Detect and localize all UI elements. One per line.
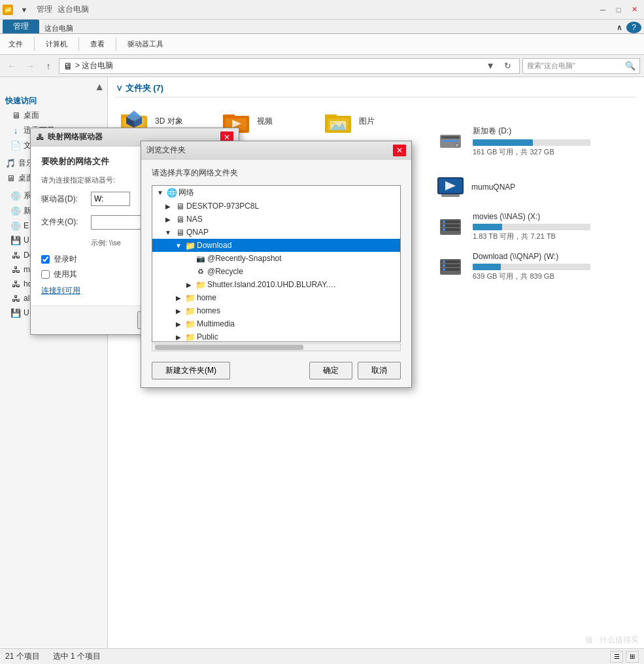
tree-download-expand[interactable]: ▼ <box>173 240 184 251</box>
list-view-btn[interactable]: ☰ <box>610 651 623 663</box>
address-bar[interactable]: 🖥 > 这台电脑 ▼ ↻ <box>59 58 520 74</box>
title-bar: 📁 ▼ 管理 这台电脑 ─ □ ✕ <box>0 0 644 20</box>
tree-qnap-expand[interactable]: ▼ <box>163 227 173 237</box>
up-button[interactable]: ↑ <box>41 58 56 74</box>
browse-cancel-btn[interactable]: 取消 <box>358 362 401 379</box>
tree-recycle-icon: ♻ <box>195 266 206 277</box>
tree-homes-expand[interactable]: ▶ <box>173 306 184 316</box>
drive-label: 驱动器(D): <box>41 194 87 205</box>
folder-pictures[interactable]: 图片 <box>320 105 411 137</box>
tree-recycle[interactable]: ♻ @Recycle <box>152 265 400 278</box>
connect-link[interactable]: 连接到可用 <box>41 286 80 295</box>
drive-input[interactable] <box>91 192 130 206</box>
tree-network-icon: 🌐 <box>167 188 177 198</box>
tree-nas-expand[interactable]: ▶ <box>163 214 173 224</box>
tree-qnap[interactable]: ▼ 🖥 QNAP <box>152 226 400 239</box>
folder-pictures-thumb <box>322 108 354 134</box>
tree-multimedia-expand[interactable]: ▶ <box>173 319 184 329</box>
ribbon-toolbar: 文件 计算机 查看 驱动器工具 <box>0 34 644 55</box>
checkbox-other[interactable] <box>41 270 50 279</box>
browse-hscrollbar[interactable] <box>152 343 401 351</box>
browse-ok-btn[interactable]: 确定 <box>309 362 352 379</box>
mumuqnap-item[interactable]: mumuQNAP <box>430 171 636 203</box>
svg-point-43 <box>443 264 445 267</box>
help-button[interactable]: ? <box>626 22 641 33</box>
tree-network-expand[interactable]: ▼ <box>155 188 165 198</box>
tree-public-expand[interactable]: ▶ <box>173 332 184 342</box>
folders-header-text: 文件夹 (7) <box>126 83 164 93</box>
tree-recently-snapshot[interactable]: 📷 @Recently-Snapshot <box>152 252 400 265</box>
address-computer-icon: 🖥 <box>63 61 73 71</box>
drive-movies-icon <box>435 214 466 240</box>
tree-download-label: Download <box>197 241 231 250</box>
back-button[interactable]: ← <box>4 58 20 74</box>
sidebar-item-desktop1[interactable]: 🖥 桌面 <box>0 108 107 123</box>
tree-download[interactable]: ▼ 📁 Download <box>152 239 400 252</box>
drive-movies-space: 1.83 TB 可用，共 7.21 TB <box>473 232 631 241</box>
maximize-button[interactable]: □ <box>611 3 626 17</box>
sidebar-collapse-arrow[interactable]: ▲ <box>94 81 105 93</box>
search-icon[interactable]: 🔍 <box>625 61 636 71</box>
tree-multimedia-icon: 📁 <box>185 319 195 329</box>
search-bar[interactable]: 搜索"这台电脑" 🔍 <box>522 58 640 74</box>
tree-desktop-expand[interactable]: ▶ <box>163 201 173 211</box>
tree-multimedia-label: Multimedia <box>197 319 235 328</box>
close-button[interactable]: ✕ <box>627 3 641 17</box>
tree-public[interactable]: ▶ 📁 Public <box>152 330 400 342</box>
svg-rect-24 <box>441 136 460 139</box>
tree-shutter-label: Shutter.Island.2010.UHD.BLURAY.2160p.DV.… <box>207 280 338 289</box>
browse-title-text: 浏览文件夹 <box>146 145 186 156</box>
ribbon-computer-group: 计算机 <box>40 37 79 51</box>
browse-close-btn[interactable]: ✕ <box>393 145 406 156</box>
refresh-button[interactable]: ↻ <box>500 58 515 74</box>
tree-shutter-island[interactable]: ▶ 📁 Shutter.Island.2010.UHD.BLURAY.2160p… <box>152 278 400 291</box>
home-nas-icon: 🖧 <box>10 279 21 289</box>
tree-nas[interactable]: ▶ 🖥 NAS <box>152 213 400 226</box>
ribbon-tabs: 管理 这台电脑 ∧ ? <box>0 20 644 34</box>
quick-access-btn1[interactable]: ▼ <box>17 3 31 17</box>
tree-home[interactable]: ▶ 📁 home <box>152 291 400 304</box>
ribbon-manage-label: 管理 <box>37 4 52 15</box>
checkbox-login[interactable] <box>41 255 50 264</box>
tree-shutter-expand[interactable]: ▶ <box>184 279 194 290</box>
drive-d-item[interactable]: 新加卷 (D:) 161 GB 可用，共 327 GB <box>430 122 636 161</box>
tree-home-expand[interactable]: ▶ <box>173 292 184 303</box>
mumuqnap-name: mumuQNAP <box>471 183 515 192</box>
ribbon-view-group: 查看 <box>84 37 116 51</box>
mumuqnap-icon <box>435 174 466 200</box>
address-dropdown-btn[interactable]: ▼ <box>483 58 498 74</box>
drive-movies-item[interactable]: movies (\\NAS) (X:) 1.83 TB 可用，共 7.21 TB <box>430 208 636 245</box>
svg-point-35 <box>443 220 445 223</box>
quick-access-title[interactable]: 快速访问 <box>0 94 107 108</box>
forward-button[interactable]: → <box>22 58 38 74</box>
drive-d-icon <box>435 128 466 154</box>
drivetools-tab-btn[interactable]: 驱动器工具 <box>122 37 169 51</box>
ribbon-drivetools-group: 驱动器工具 <box>122 37 169 51</box>
drive-d-bar-fill <box>473 139 533 146</box>
ribbon-manage-tab[interactable]: 管理 <box>3 20 39 33</box>
browse-title-bar: 浏览文件夹 ✕ <box>141 141 411 160</box>
all-nas-icon: 🖧 <box>10 293 21 304</box>
minimize-button[interactable]: ─ <box>596 3 610 17</box>
tree-home-label: home <box>197 293 216 302</box>
browse-footer: 新建文件夹(M) 确定 取消 <box>141 357 411 387</box>
movies-nas-icon: 🖧 <box>10 264 21 275</box>
browse-new-folder-btn[interactable]: 新建文件夹(M) <box>152 362 230 379</box>
tree-homes-icon: 📁 <box>185 306 195 316</box>
drive-download-item[interactable]: Download (\\QNAP) (W:) 639 GB 可用，共 839 G… <box>430 248 636 285</box>
file-tab-btn[interactable]: 文件 <box>3 37 29 51</box>
browse-tree[interactable]: ▼ 🌐 网络 ▶ 🖥 DESKTOP-973PC8L ▶ 🖥 NAS ▼ 🖥 Q… <box>152 185 401 342</box>
checkbox-login-label: 登录时 <box>54 254 77 265</box>
tree-desktop-pc[interactable]: ▶ 🖥 DESKTOP-973PC8L <box>152 200 400 213</box>
svg-rect-30 <box>441 194 460 197</box>
tree-network[interactable]: ▼ 🌐 网络 <box>152 186 400 200</box>
computer-tab-btn[interactable]: 计算机 <box>40 37 73 51</box>
tree-nas-label: NAS <box>186 215 203 224</box>
grid-view-btn[interactable]: ⊞ <box>626 651 639 663</box>
tree-multimedia[interactable]: ▶ 📁 Multimedia <box>152 317 400 330</box>
tree-homes[interactable]: ▶ 📁 homes <box>152 304 400 317</box>
view-tab-btn[interactable]: 查看 <box>84 37 110 51</box>
tree-public-icon: 📁 <box>185 332 195 342</box>
ribbon-collapse-btn[interactable]: ∧ <box>613 22 626 33</box>
svg-rect-25 <box>443 140 458 142</box>
